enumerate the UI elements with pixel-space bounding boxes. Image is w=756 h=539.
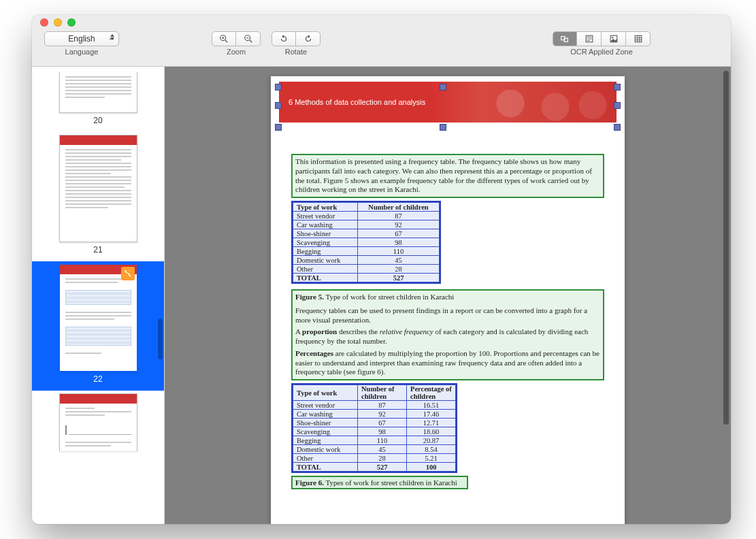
ocr-zone-table-button[interactable] bbox=[626, 31, 651, 46]
rotate-cw-icon bbox=[303, 34, 313, 44]
table-header: Number of children bbox=[358, 203, 440, 212]
rotate-ccw-button[interactable] bbox=[272, 31, 296, 46]
page-canvas[interactable]: 6 Methods of data collection and analysi… bbox=[165, 67, 731, 524]
zone-handle[interactable] bbox=[440, 84, 446, 91]
figure-caption: Type of work for street children in Kara… bbox=[324, 293, 454, 301]
ocr-zone-caption[interactable]: Figure 6. Types of work for street child… bbox=[291, 476, 468, 489]
ocr-zone-auto-button[interactable] bbox=[553, 31, 577, 46]
current-page: 6 Methods of data collection and analysi… bbox=[271, 76, 625, 524]
banner-faces-decoration bbox=[465, 90, 615, 124]
frequency-table-1: Type of work Number of children Street v… bbox=[293, 202, 440, 282]
zone-handle[interactable] bbox=[614, 124, 621, 131]
thumbnail-21[interactable]: 21 bbox=[32, 132, 164, 261]
figure-label: Figure 6. bbox=[295, 478, 324, 487]
zone-image-icon bbox=[609, 34, 619, 44]
thumbnail-sidebar[interactable]: 20 21 2 bbox=[32, 67, 165, 524]
sidebar-scrollbar[interactable] bbox=[158, 318, 163, 359]
ocr-zone-header[interactable]: 6 Methods of data collection and analysi… bbox=[271, 82, 625, 129]
ocr-zone-paragraph-2[interactable]: Figure 5. Type of work for street childr… bbox=[291, 289, 604, 380]
svg-line-5 bbox=[249, 40, 252, 43]
table-row: Scavenging9818.60 bbox=[293, 427, 456, 436]
zoom-in-icon bbox=[219, 34, 229, 44]
rotate-cw-button[interactable] bbox=[296, 31, 321, 46]
zone-auto-icon bbox=[560, 34, 570, 44]
zone-handle[interactable] bbox=[275, 84, 282, 91]
table-header: Number of children bbox=[358, 385, 407, 401]
table-header: Type of work bbox=[293, 203, 358, 212]
zoom-in-button[interactable] bbox=[212, 31, 236, 46]
figure-label: Figure 5. bbox=[295, 293, 324, 301]
zone-text-icon bbox=[585, 34, 594, 44]
ocr-zone-image-button[interactable] bbox=[602, 31, 626, 46]
titlebar bbox=[32, 15, 731, 30]
page-banner-title: 6 Methods of data collection and analysi… bbox=[289, 98, 425, 106]
thumbnail-23[interactable] bbox=[32, 391, 164, 451]
thumbnail-number: 21 bbox=[93, 245, 102, 255]
table-row: Other285.21 bbox=[293, 454, 456, 463]
table-row: Street vendor8716.51 bbox=[293, 401, 456, 410]
close-window-button[interactable] bbox=[40, 18, 48, 27]
thumbnail-22[interactable]: 22 bbox=[32, 261, 164, 391]
ocr-zone-table-1[interactable]: Type of work Number of children Street v… bbox=[291, 201, 441, 284]
rotate-ccw-icon bbox=[279, 34, 289, 44]
table-row: Begging110 bbox=[293, 247, 440, 256]
ocr-label: OCR Applied Zone bbox=[570, 48, 633, 56]
zoom-out-icon bbox=[244, 34, 253, 44]
table-row: Car washing9217.46 bbox=[293, 410, 456, 419]
zone-handle[interactable] bbox=[275, 124, 282, 131]
thumbnail-number: 20 bbox=[93, 116, 102, 125]
toolbar: English Language Zoom bbox=[32, 30, 731, 67]
table-row: Begging11020.87 bbox=[293, 436, 456, 445]
zone-table-icon bbox=[634, 34, 643, 44]
zoom-window-button[interactable] bbox=[67, 18, 76, 27]
zone-handle[interactable] bbox=[614, 102, 621, 109]
figure-caption: Types of work for street children in Kar… bbox=[324, 478, 457, 487]
ocr-zone-table-2[interactable]: Type of work Number of children Percenta… bbox=[291, 383, 457, 473]
table-row: Domestic work45 bbox=[293, 256, 440, 265]
language-select[interactable]: English bbox=[44, 31, 119, 46]
zone-handle[interactable] bbox=[275, 102, 282, 109]
table-row: Shoe-shiner67 bbox=[293, 229, 440, 238]
svg-line-1 bbox=[225, 40, 228, 43]
table-total-row: TOTAL527 bbox=[293, 274, 440, 282]
paragraph-text: This information is presented using a fr… bbox=[295, 157, 592, 193]
paragraph-text: Frequency tables can be used to present … bbox=[295, 306, 600, 325]
table-row: Scavenging98 bbox=[293, 238, 440, 247]
svg-rect-15 bbox=[635, 35, 642, 42]
zone-handle[interactable] bbox=[614, 84, 621, 91]
app-window: English Language Zoom bbox=[32, 15, 731, 524]
minimize-window-button[interactable] bbox=[54, 18, 62, 27]
table-header: Type of work bbox=[293, 385, 358, 401]
rotate-label: Rotate bbox=[285, 48, 307, 56]
paragraph-text: A proportion describes the relative freq… bbox=[295, 327, 600, 346]
zone-handle[interactable] bbox=[440, 124, 446, 131]
table-row: Domestic work458.54 bbox=[293, 445, 456, 454]
table-row: Car washing92 bbox=[293, 220, 440, 229]
paragraph-text: Percentages are calculated by multiplyin… bbox=[295, 349, 600, 377]
language-label: Language bbox=[65, 48, 99, 56]
svg-point-14 bbox=[612, 37, 613, 38]
zoom-label: Zoom bbox=[227, 48, 246, 56]
chevron-updown-icon bbox=[110, 34, 114, 40]
ocr-zone-text-button[interactable] bbox=[577, 31, 602, 46]
table-row: Street vendor87 bbox=[293, 212, 440, 220]
language-value: English bbox=[68, 34, 95, 44]
canvas-scrollbar[interactable] bbox=[723, 71, 729, 425]
table-row: Other28 bbox=[293, 265, 440, 274]
table-row: Shoe-shiner6712.71 bbox=[293, 419, 456, 427]
edit-badge-icon bbox=[121, 267, 135, 280]
table-header: Percentage of children bbox=[407, 385, 456, 401]
thumbnail-number: 22 bbox=[93, 374, 102, 384]
zoom-out-button[interactable] bbox=[236, 31, 261, 46]
thumbnail-20[interactable]: 20 bbox=[32, 69, 164, 132]
ocr-zone-paragraph-1[interactable]: This information is presented using a fr… bbox=[291, 154, 604, 198]
frequency-table-2: Type of work Number of children Percenta… bbox=[293, 385, 456, 472]
table-total-row: TOTAL527100 bbox=[293, 463, 456, 472]
